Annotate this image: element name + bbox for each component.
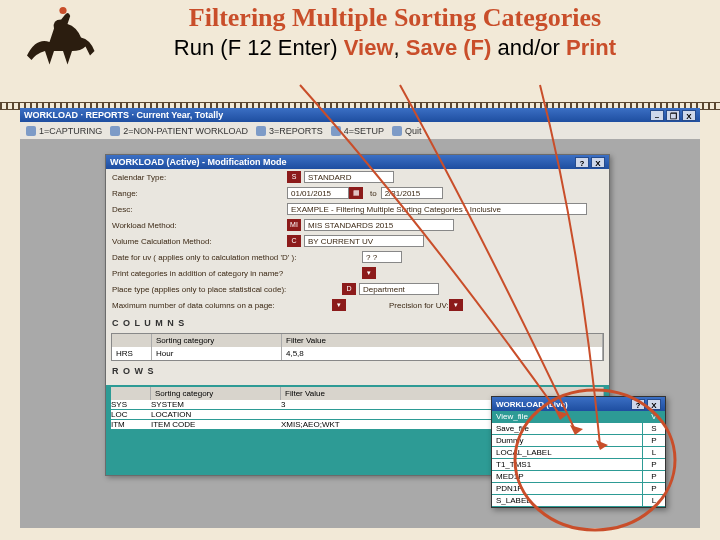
slide-title: Filtering Multiple Sorting Categories xyxy=(80,4,710,33)
rows-heading: R O W S xyxy=(106,361,609,381)
popup-titlebar: WORKLOAD (Live) ?X xyxy=(492,397,665,411)
calendar-type-label: Calendar Type: xyxy=(112,173,287,182)
dateval-input[interactable]: ? ? xyxy=(362,251,402,263)
popup-item-pdn1p[interactable]: PDN1PP xyxy=(492,483,665,495)
reports-icon xyxy=(256,126,266,136)
capture-icon xyxy=(26,126,36,136)
close-button[interactable]: X xyxy=(682,110,696,121)
quit-icon xyxy=(392,126,402,136)
columns-heading: C O L U M N S xyxy=(106,313,609,333)
method-label: Workload Method: xyxy=(112,221,287,230)
range-from-input[interactable]: 01/01/2015 xyxy=(287,187,349,199)
range-to-input[interactable]: 2/31/2015 xyxy=(381,187,443,199)
calendar-type-value: STANDARD xyxy=(304,171,394,183)
calendar-dropdown-button[interactable]: S xyxy=(287,171,301,183)
columns-row[interactable]: HRSHour4,5,8 xyxy=(112,347,603,360)
popup-item-dummy[interactable]: DummyP xyxy=(492,435,665,447)
toolbar-reports[interactable]: 3=REPORTS xyxy=(256,126,323,136)
toolbar-quit[interactable]: Quit xyxy=(392,126,422,136)
printcat-dropdown-button[interactable]: ▾ xyxy=(362,267,376,279)
app-window: WORKLOAD · REPORTS · Current Year, Total… xyxy=(20,108,700,528)
modal-close-button[interactable]: X xyxy=(591,157,605,168)
modal-titlebar: WORKLOAD (Active) - Modification Mode ? … xyxy=(106,155,609,169)
maxcol-label: Maximum number of data columns on a page… xyxy=(112,301,332,310)
popup-help-button[interactable]: ? xyxy=(631,399,645,410)
app-toolbar: 1=CAPTURING 2=NON-PATIENT WORKLOAD 3=REP… xyxy=(20,122,700,140)
dateval-label: Date for uv ( applies only to calculatio… xyxy=(112,253,362,262)
popup-item-slabel[interactable]: S_LABELL xyxy=(492,495,665,507)
volcalc-dropdown-button[interactable]: C xyxy=(287,235,301,247)
date-picker-icon[interactable]: ▦ xyxy=(349,187,363,199)
range-label: Range: xyxy=(112,189,287,198)
popup-item-view[interactable]: View_fileV xyxy=(492,411,665,423)
method-dropdown-button[interactable]: MI xyxy=(287,219,301,231)
desc-input[interactable]: EXAMPLE - Filtering Multiple Sorting Cat… xyxy=(287,203,587,215)
placetype-label: Place type (applies only to place statis… xyxy=(112,285,342,294)
popup-item-save[interactable]: Save_fileS xyxy=(492,423,665,435)
precision-dropdown-button[interactable]: ▾ xyxy=(449,299,463,311)
placetype-dropdown-button[interactable]: D xyxy=(342,283,356,295)
popup-item-t1tms1[interactable]: T1_TMS1P xyxy=(492,459,665,471)
slide-subtitle: Run (F 12 Enter) View, Save (F) and/or P… xyxy=(80,35,710,61)
volcalc-label: Volume Calculation Method: xyxy=(112,237,287,246)
volcalc-value: BY CURRENT UV xyxy=(304,235,424,247)
toolbar-nonpatient[interactable]: 2=NON-PATIENT WORKLOAD xyxy=(110,126,248,136)
nonpatient-icon xyxy=(110,126,120,136)
toolbar-capturing[interactable]: 1=CAPTURING xyxy=(26,126,102,136)
svg-point-0 xyxy=(59,7,66,14)
maximize-button[interactable]: ❐ xyxy=(666,110,680,121)
app-titlebar: WORKLOAD · REPORTS · Current Year, Total… xyxy=(20,108,700,122)
precision-label: Precision for UV: xyxy=(389,301,449,310)
setup-icon xyxy=(331,126,341,136)
maxcol-dropdown-button[interactable]: ▾ xyxy=(332,299,346,311)
toolbar-setup[interactable]: 4=SETUP xyxy=(331,126,384,136)
minimize-button[interactable]: – xyxy=(650,110,664,121)
output-popup: WORKLOAD (Live) ?X View_fileV Save_fileS… xyxy=(491,396,666,508)
printcat-label: Print categories in addition of category… xyxy=(112,269,362,278)
horse-rider-icon xyxy=(18,0,108,75)
placetype-value: Department xyxy=(359,283,439,295)
popup-item-med1p[interactable]: MED1PP xyxy=(492,471,665,483)
columns-grid: Sorting categoryFilter Value HRSHour4,5,… xyxy=(111,333,604,361)
desc-label: Desc: xyxy=(112,205,287,214)
method-value: MIS STANDARDS 2015 xyxy=(304,219,454,231)
modal-help-button[interactable]: ? xyxy=(575,157,589,168)
popup-close-button[interactable]: X xyxy=(647,399,661,410)
popup-item-local-label[interactable]: LOCAL_LABELL xyxy=(492,447,665,459)
